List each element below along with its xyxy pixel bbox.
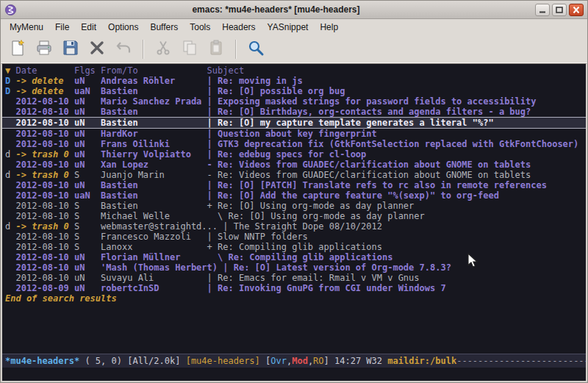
text-segment: d (5, 149, 15, 160)
message-row[interactable]: D -> delete uaN Bastien | Re: [O] possib… (2, 86, 586, 96)
text-segment: Frans Oilinki (101, 139, 207, 149)
menu-file[interactable]: File (49, 20, 75, 35)
close-button[interactable] (569, 4, 584, 16)
text-segment: ] 14:27 W32 (324, 356, 388, 366)
message-row[interactable]: 2012-08-10 uN Florian Müllner \ Re: Comp… (2, 252, 586, 262)
text-segment: S (69, 221, 101, 232)
close-buffer-button[interactable] (86, 38, 108, 60)
text-segment: Juanjo Marin (101, 170, 207, 180)
message-row[interactable]: 2012-08-10 S Bastien + Re: [O] Using org… (2, 201, 586, 211)
text-segment: d (5, 170, 15, 180)
text-segment: 2012-08-10 (15, 139, 68, 149)
text-segment: 2012-08-10 (15, 107, 68, 117)
text-segment: ( 5, 0) [All/2.0k] (79, 356, 186, 366)
text-segment: 2012-08-09 (15, 283, 68, 293)
text-segment: maildir:/bulk (387, 356, 456, 366)
text-segment (5, 139, 15, 149)
message-row[interactable]: d -> trash 0 uN Thierry Volpiatto | Re: … (2, 149, 586, 160)
text-segment: Florian Müllner (101, 252, 207, 262)
cut-icon (154, 39, 172, 60)
text-segment: Michael Welle (101, 211, 207, 221)
text-segment: D (5, 86, 15, 96)
message-row[interactable]: 2012-08-10 uN Suvayu Ali | Re: Emacs for… (2, 273, 586, 283)
text-segment: -> trash 0 (15, 149, 68, 160)
message-row[interactable]: 2012-08-10 uN Bastien | Re: [O] Birthday… (2, 107, 586, 117)
message-row[interactable]: D -> delete uN Andreas Röhler | Re: movi… (2, 76, 586, 86)
text-segment: RO (313, 356, 323, 366)
text-segment: uN (69, 96, 101, 107)
text-segment (5, 160, 15, 170)
text-segment: + Re: [O] Using org-mode as day planner (207, 201, 415, 211)
message-row[interactable]: 2012-08-10 S Michael Welle \ Re: [O] Usi… (2, 211, 586, 221)
menu-buffers[interactable]: Buffers (144, 20, 184, 35)
menu-mymenu[interactable]: MyMenu (4, 20, 49, 35)
save-button[interactable] (60, 38, 82, 60)
emacs-window: emacs: *mu4e-headers* [mu4e-headers] MyM… (0, 0, 588, 383)
text-segment: 2012-08-10 (15, 262, 68, 273)
text-segment: ---------------------------------------- (456, 356, 586, 366)
text-segment: | Exposing masked strings for password f… (207, 96, 537, 107)
message-row[interactable]: d -> trash 0 S webmaster@straightd... | … (2, 221, 586, 232)
text-segment: From/To (101, 65, 207, 76)
minimize-button[interactable] (535, 4, 550, 16)
search-button[interactable] (245, 38, 267, 60)
text-segment: Bastien (101, 180, 207, 190)
message-row[interactable]: 2012-08-09 uN robertcInSD | Re: Invoking… (2, 283, 586, 293)
text-segment: -> trash 0 (15, 221, 68, 232)
message-row[interactable]: 2012-08-10 uN Xan Lopez - Re: Videos fro… (2, 160, 586, 170)
text-segment (5, 262, 15, 273)
text-segment: | Re: [O] Add the capture feature "%(sex… (207, 190, 499, 201)
maximize-button[interactable] (552, 4, 567, 16)
message-row[interactable]: 2012-08-10 uN Frans Oilinki | GTK3 depre… (2, 139, 586, 149)
message-row[interactable]: 2012-08-10 S Francesco Mazzoli | Slow NN… (2, 232, 586, 242)
text-segment (5, 180, 15, 190)
text-segment (5, 201, 15, 211)
text-segment: | Re: [O] Birthdays, org-contacts and ag… (207, 107, 531, 117)
text-segment: | GTK3 deprecation fix (GtkFontSelection… (207, 139, 579, 149)
headers-column-header[interactable]: ▼ Date Flgs From/To Subject (2, 65, 586, 76)
text-segment (5, 129, 15, 139)
toolbar (1, 35, 587, 63)
echo-area[interactable] (2, 368, 586, 381)
text-segment: Date (10, 65, 74, 76)
text-segment: uN (69, 76, 101, 86)
text-segment: \ Re: Compiling glib applications (207, 252, 393, 262)
text-segment: Bastien (101, 107, 207, 117)
text-segment: | Re: [O] [PATCH] Translate refs to rc a… (207, 180, 547, 190)
menu-options[interactable]: Options (102, 20, 144, 35)
close-buffer-icon (88, 39, 106, 60)
search-icon (247, 39, 265, 60)
save-icon (62, 39, 79, 60)
text-segment: -> delete (15, 76, 68, 86)
text-segment: 2012-08-10 (15, 190, 68, 201)
menu-help[interactable]: Help (314, 20, 344, 35)
text-segment: , (287, 356, 292, 366)
text-segment: 2012-08-10 uN Bastien | Re: [O] my captu… (5, 118, 494, 128)
text-segment: 2012-08-10 (15, 96, 68, 107)
menu-yasnippet[interactable]: YASnippet (262, 20, 315, 35)
text-segment: uN (69, 149, 101, 160)
text-segment: 2012-08-10 (15, 160, 68, 170)
menu-headers[interactable]: Headers (216, 20, 261, 35)
message-row[interactable]: d -> trash 0 S Juanjo Marin - Re: Videos… (2, 170, 586, 180)
message-row[interactable]: 2012-08-10 uN Bastien | Re: [O] [PATCH] … (2, 180, 586, 190)
text-segment (5, 252, 15, 262)
message-row[interactable]: 2012-08-10 uaN Bastien | Re: [O] Add the… (2, 190, 586, 201)
new-file-button[interactable] (7, 38, 29, 60)
print-button[interactable] (33, 38, 55, 60)
menu-edit[interactable]: Edit (75, 20, 102, 35)
undo-button (112, 38, 135, 60)
message-row-current[interactable]: 2012-08-10 uN Bastien | Re: [O] my captu… (2, 117, 586, 129)
titlebar[interactable]: emacs: *mu4e-headers* [mu4e-headers] (1, 1, 587, 19)
message-row[interactable]: 2012-08-10 uN 'Mash (Thomas Herbert) | R… (2, 262, 586, 273)
text-segment: Subject (207, 65, 245, 76)
message-row[interactable]: 2012-08-10 uN HardKor | Question about k… (2, 129, 586, 139)
copy-icon (181, 39, 198, 60)
menu-tools[interactable]: Tools (184, 20, 216, 35)
message-row[interactable]: 2012-08-10 S Lanoxx + Re: Compiling glib… (2, 242, 586, 252)
message-row[interactable]: 2012-08-10 uN Mario Sanchez Prada | Expo… (2, 96, 586, 107)
text-segment: Thierry Volpiatto (101, 149, 207, 160)
text-segment: uaN (69, 86, 101, 96)
menu-bar: MyMenuFileEditOptionsBuffersToolsHeaders… (1, 19, 587, 35)
text-segment: S (69, 242, 101, 252)
